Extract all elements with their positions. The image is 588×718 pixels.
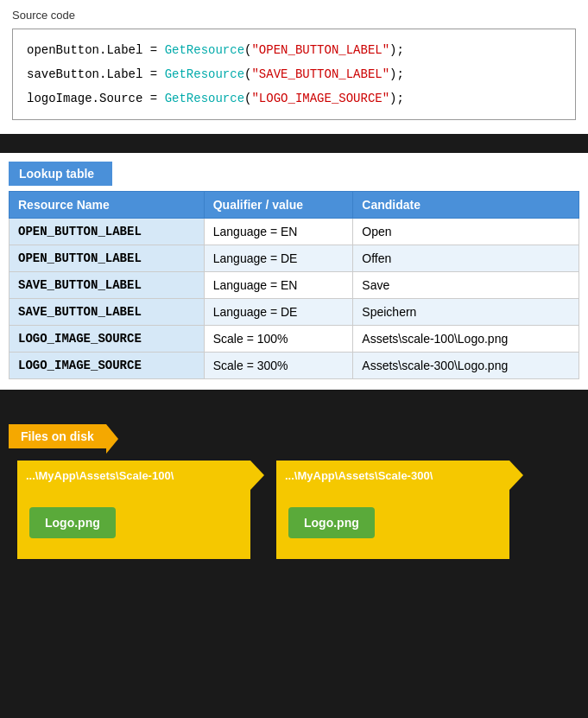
- code-line-3: logoImage.Source = GetResource("LOGO_IMA…: [27, 86, 561, 111]
- folder-item: ...\MyApp\Assets\Scale-300\Logo.png: [276, 461, 509, 559]
- file-badge: Logo.png: [29, 507, 116, 538]
- candidate-cell: Save: [353, 272, 579, 299]
- divider-2: [0, 390, 588, 409]
- source-code-label: Source code: [12, 9, 576, 22]
- table-row: LOGO_IMAGE_SOURCEScale = 300%Assets\scal…: [9, 353, 579, 379]
- lookup-table-section: Lookup table Resource Name Qualifier / v…: [0, 153, 588, 390]
- resource-name-cell: LOGO_IMAGE_SOURCE: [9, 326, 205, 353]
- resource-name-cell: SAVE_BUTTON_LABEL: [9, 299, 205, 326]
- resource-name-cell: OPEN_BUTTON_LABEL: [9, 245, 205, 272]
- files-on-disk-section: Files on disk ...\MyApp\Assets\Scale-100…: [0, 409, 588, 576]
- lookup-table-header: Lookup table: [9, 162, 112, 186]
- code-line-1: openButton.Label = GetResource("OPEN_BUT…: [27, 38, 561, 62]
- candidate-cell: Offen: [353, 245, 579, 272]
- candidate-cell: Speichern: [353, 299, 579, 326]
- table-row: OPEN_BUTTON_LABELLanguage = ENOpen: [9, 219, 579, 245]
- folder-tab: ...\MyApp\Assets\Scale-100\: [17, 461, 250, 490]
- code-var-2: saveButton.Label: [27, 67, 142, 81]
- table-row: SAVE_BUTTON_LABELLanguage = DESpeichern: [9, 299, 579, 326]
- folder-body: Logo.png: [17, 490, 250, 559]
- col-header-resource-name: Resource Name: [9, 192, 205, 219]
- folder-tab: ...\MyApp\Assets\Scale-300\: [276, 461, 509, 490]
- resource-name-cell: SAVE_BUTTON_LABEL: [9, 272, 205, 299]
- resource-name-cell: LOGO_IMAGE_SOURCE: [9, 353, 205, 379]
- code-line-2: saveButton.Label = GetResource("SAVE_BUT…: [27, 62, 561, 86]
- folder-body: Logo.png: [276, 490, 509, 559]
- qualifier-cell: Language = EN: [204, 272, 353, 299]
- qualifier-cell: Language = DE: [204, 245, 353, 272]
- source-code-section: Source code openButton.Label = GetResour…: [0, 0, 588, 134]
- table-row: LOGO_IMAGE_SOURCEScale = 100%Assets\scal…: [9, 326, 579, 353]
- table-row: OPEN_BUTTON_LABELLanguage = DEOffen: [9, 245, 579, 272]
- folders-row: ...\MyApp\Assets\Scale-100\Logo.png...\M…: [9, 461, 579, 559]
- qualifier-cell: Scale = 300%: [204, 353, 353, 379]
- col-header-qualifier: Qualifier / value: [204, 192, 353, 219]
- divider-1: [0, 134, 588, 153]
- qualifier-cell: Scale = 100%: [204, 326, 353, 353]
- candidate-cell: Assets\scale-100\Logo.png: [353, 326, 579, 353]
- files-on-disk-header: Files on disk: [9, 424, 106, 448]
- code-box: openButton.Label = GetResource("OPEN_BUT…: [12, 29, 576, 120]
- candidate-cell: Open: [353, 219, 579, 245]
- code-var-1: openButton.Label: [27, 43, 142, 57]
- lookup-table: Resource Name Qualifier / value Candidat…: [9, 191, 579, 379]
- folder-item: ...\MyApp\Assets\Scale-100\Logo.png: [17, 461, 250, 559]
- qualifier-cell: Language = DE: [204, 299, 353, 326]
- code-var-3: logoImage.Source: [27, 92, 142, 105]
- file-badge: Logo.png: [288, 507, 375, 538]
- col-header-candidate: Candidate: [353, 192, 579, 219]
- table-header-row: Resource Name Qualifier / value Candidat…: [9, 192, 579, 219]
- table-row: SAVE_BUTTON_LABELLanguage = ENSave: [9, 272, 579, 299]
- candidate-cell: Assets\scale-300\Logo.png: [353, 353, 579, 379]
- resource-name-cell: OPEN_BUTTON_LABEL: [9, 219, 205, 245]
- qualifier-cell: Language = EN: [204, 219, 353, 245]
